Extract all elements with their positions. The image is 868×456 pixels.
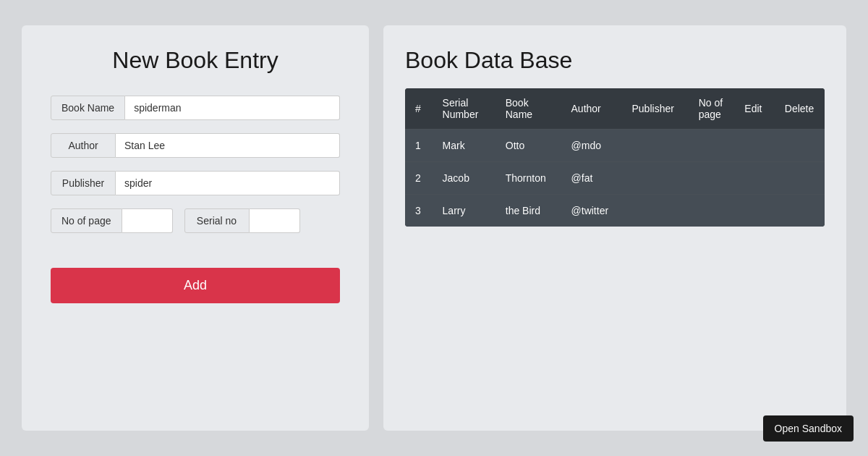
publisher-input[interactable] [116,171,340,195]
cell-publisher [622,195,689,227]
cell-author: @fat [561,162,622,195]
bottom-fields-row: No of page Serial no [51,208,340,233]
cell-edit [734,195,774,227]
cell-delete [775,162,825,195]
cell-pages [689,130,735,162]
cell-publisher [622,130,689,162]
table-row: 3 Larry the Bird @twitter [405,195,825,227]
col-header-hash: # [405,88,433,130]
cell-edit [734,130,774,162]
db-title: Book Data Base [405,47,825,74]
col-header-pages: No of page [689,88,735,130]
right-panel: Book Data Base # Serial Number Book Name… [383,25,846,431]
col-header-delete: Delete [775,88,825,130]
book-name-group: Book Name [51,96,340,120]
no-of-page-input[interactable] [122,208,173,233]
no-of-page-group: No of page [51,208,173,233]
cell-serial: Mark [433,130,495,162]
book-table: # Serial Number Book Name Author Publish… [405,88,825,227]
cell-publisher [622,162,689,195]
cell-edit [734,162,774,195]
cell-bookname: the Bird [495,195,561,227]
serial-no-input[interactable] [250,208,300,233]
col-header-edit: Edit [734,88,774,130]
author-group: Author [51,133,340,158]
no-of-page-label: No of page [51,208,122,233]
cell-delete [775,195,825,227]
cell-id: 2 [405,162,433,195]
col-header-serial: Serial Number [433,88,495,130]
cell-delete [775,130,825,162]
cell-serial: Jacob [433,162,495,195]
table-header-row: # Serial Number Book Name Author Publish… [405,88,825,130]
cell-author: @twitter [561,195,622,227]
col-header-bookname: Book Name [495,88,561,130]
form-title: New Book Entry [51,47,340,74]
table-row: 2 Jacob Thornton @fat [405,162,825,195]
cell-id: 3 [405,195,433,227]
cell-bookname: Otto [495,130,561,162]
left-panel: New Book Entry Book Name Author Publishe… [22,25,369,431]
cell-pages [689,195,735,227]
serial-no-group: Serial no [184,208,300,233]
col-header-publisher: Publisher [622,88,689,130]
cell-author: @mdo [561,130,622,162]
author-label: Author [51,133,116,158]
cell-serial: Larry [433,195,495,227]
main-container: New Book Entry Book Name Author Publishe… [0,4,868,452]
book-name-input[interactable] [125,96,340,120]
table-row: 1 Mark Otto @mdo [405,130,825,162]
cell-bookname: Thornton [495,162,561,195]
add-button[interactable]: Add [51,268,340,303]
open-sandbox-button[interactable]: Open Sandbox [763,415,854,442]
publisher-group: Publisher [51,171,340,195]
col-header-author: Author [561,88,622,130]
publisher-label: Publisher [51,171,116,195]
author-input[interactable] [116,133,340,158]
cell-id: 1 [405,130,433,162]
cell-pages [689,162,735,195]
serial-no-label: Serial no [184,208,250,233]
book-name-label: Book Name [51,96,125,120]
